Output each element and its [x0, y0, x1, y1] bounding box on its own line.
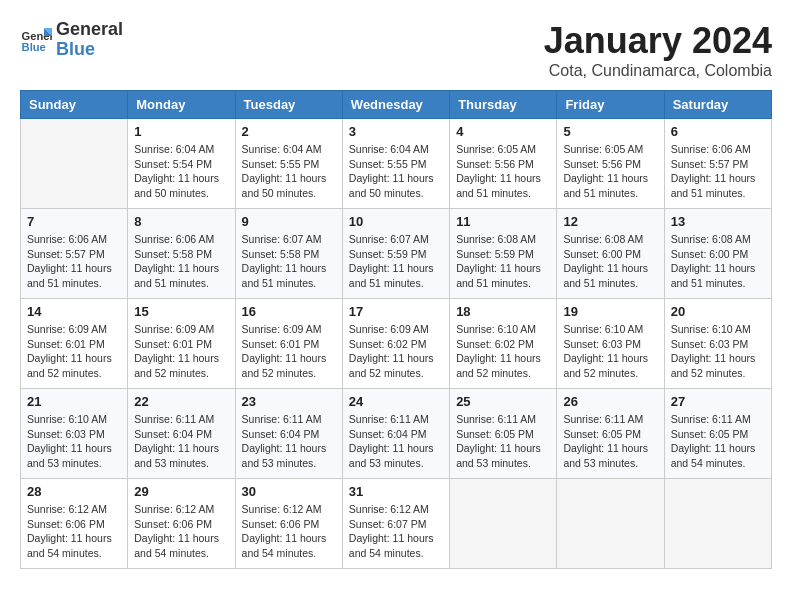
calendar-cell: 20Sunrise: 6:10 AMSunset: 6:03 PMDayligh…	[664, 299, 771, 389]
weekday-header: Sunday	[21, 91, 128, 119]
svg-text:Blue: Blue	[22, 41, 46, 53]
day-info: Sunrise: 6:10 AMSunset: 6:03 PMDaylight:…	[563, 322, 657, 381]
day-info: Sunrise: 6:09 AMSunset: 6:02 PMDaylight:…	[349, 322, 443, 381]
calendar-cell: 24Sunrise: 6:11 AMSunset: 6:04 PMDayligh…	[342, 389, 449, 479]
day-number: 15	[134, 304, 228, 319]
day-number: 10	[349, 214, 443, 229]
day-number: 5	[563, 124, 657, 139]
day-number: 9	[242, 214, 336, 229]
calendar-cell: 11Sunrise: 6:08 AMSunset: 5:59 PMDayligh…	[450, 209, 557, 299]
logo-icon: General Blue	[20, 24, 52, 56]
logo: General Blue General Blue	[20, 20, 123, 60]
day-number: 13	[671, 214, 765, 229]
calendar-week-row: 1Sunrise: 6:04 AMSunset: 5:54 PMDaylight…	[21, 119, 772, 209]
day-number: 14	[27, 304, 121, 319]
day-number: 19	[563, 304, 657, 319]
calendar-cell: 14Sunrise: 6:09 AMSunset: 6:01 PMDayligh…	[21, 299, 128, 389]
day-number: 29	[134, 484, 228, 499]
day-number: 17	[349, 304, 443, 319]
day-info: Sunrise: 6:12 AMSunset: 6:06 PMDaylight:…	[242, 502, 336, 561]
day-number: 21	[27, 394, 121, 409]
day-number: 27	[671, 394, 765, 409]
day-number: 6	[671, 124, 765, 139]
day-number: 22	[134, 394, 228, 409]
day-number: 30	[242, 484, 336, 499]
day-info: Sunrise: 6:04 AMSunset: 5:55 PMDaylight:…	[242, 142, 336, 201]
day-number: 1	[134, 124, 228, 139]
day-info: Sunrise: 6:04 AMSunset: 5:54 PMDaylight:…	[134, 142, 228, 201]
calendar-cell: 13Sunrise: 6:08 AMSunset: 6:00 PMDayligh…	[664, 209, 771, 299]
calendar-cell	[450, 479, 557, 569]
day-info: Sunrise: 6:09 AMSunset: 6:01 PMDaylight:…	[134, 322, 228, 381]
day-number: 28	[27, 484, 121, 499]
calendar-cell: 25Sunrise: 6:11 AMSunset: 6:05 PMDayligh…	[450, 389, 557, 479]
weekday-header: Wednesday	[342, 91, 449, 119]
day-info: Sunrise: 6:07 AMSunset: 5:58 PMDaylight:…	[242, 232, 336, 291]
day-info: Sunrise: 6:05 AMSunset: 5:56 PMDaylight:…	[456, 142, 550, 201]
day-info: Sunrise: 6:09 AMSunset: 6:01 PMDaylight:…	[27, 322, 121, 381]
day-info: Sunrise: 6:06 AMSunset: 5:57 PMDaylight:…	[671, 142, 765, 201]
day-info: Sunrise: 6:10 AMSunset: 6:02 PMDaylight:…	[456, 322, 550, 381]
day-number: 20	[671, 304, 765, 319]
page-header: General Blue General Blue January 2024 C…	[20, 20, 772, 80]
calendar-cell	[664, 479, 771, 569]
calendar-cell: 30Sunrise: 6:12 AMSunset: 6:06 PMDayligh…	[235, 479, 342, 569]
day-info: Sunrise: 6:05 AMSunset: 5:56 PMDaylight:…	[563, 142, 657, 201]
calendar-cell: 28Sunrise: 6:12 AMSunset: 6:06 PMDayligh…	[21, 479, 128, 569]
day-info: Sunrise: 6:10 AMSunset: 6:03 PMDaylight:…	[27, 412, 121, 471]
day-info: Sunrise: 6:12 AMSunset: 6:06 PMDaylight:…	[27, 502, 121, 561]
calendar-cell: 22Sunrise: 6:11 AMSunset: 6:04 PMDayligh…	[128, 389, 235, 479]
calendar-week-row: 7Sunrise: 6:06 AMSunset: 5:57 PMDaylight…	[21, 209, 772, 299]
calendar-cell: 5Sunrise: 6:05 AMSunset: 5:56 PMDaylight…	[557, 119, 664, 209]
day-number: 7	[27, 214, 121, 229]
day-info: Sunrise: 6:12 AMSunset: 6:06 PMDaylight:…	[134, 502, 228, 561]
day-number: 11	[456, 214, 550, 229]
day-info: Sunrise: 6:11 AMSunset: 6:05 PMDaylight:…	[563, 412, 657, 471]
day-info: Sunrise: 6:11 AMSunset: 6:04 PMDaylight:…	[242, 412, 336, 471]
calendar-cell: 23Sunrise: 6:11 AMSunset: 6:04 PMDayligh…	[235, 389, 342, 479]
day-number: 26	[563, 394, 657, 409]
day-number: 4	[456, 124, 550, 139]
day-number: 23	[242, 394, 336, 409]
day-number: 25	[456, 394, 550, 409]
day-info: Sunrise: 6:11 AMSunset: 6:04 PMDaylight:…	[134, 412, 228, 471]
calendar-cell: 16Sunrise: 6:09 AMSunset: 6:01 PMDayligh…	[235, 299, 342, 389]
day-number: 3	[349, 124, 443, 139]
month-title: January 2024	[544, 20, 772, 62]
calendar-week-row: 14Sunrise: 6:09 AMSunset: 6:01 PMDayligh…	[21, 299, 772, 389]
day-info: Sunrise: 6:11 AMSunset: 6:04 PMDaylight:…	[349, 412, 443, 471]
weekday-header: Tuesday	[235, 91, 342, 119]
calendar-week-row: 21Sunrise: 6:10 AMSunset: 6:03 PMDayligh…	[21, 389, 772, 479]
day-number: 24	[349, 394, 443, 409]
day-info: Sunrise: 6:04 AMSunset: 5:55 PMDaylight:…	[349, 142, 443, 201]
calendar-cell: 17Sunrise: 6:09 AMSunset: 6:02 PMDayligh…	[342, 299, 449, 389]
calendar-cell: 29Sunrise: 6:12 AMSunset: 6:06 PMDayligh…	[128, 479, 235, 569]
calendar-table: SundayMondayTuesdayWednesdayThursdayFrid…	[20, 90, 772, 569]
day-info: Sunrise: 6:11 AMSunset: 6:05 PMDaylight:…	[671, 412, 765, 471]
day-info: Sunrise: 6:08 AMSunset: 6:00 PMDaylight:…	[563, 232, 657, 291]
day-info: Sunrise: 6:10 AMSunset: 6:03 PMDaylight:…	[671, 322, 765, 381]
calendar-cell: 15Sunrise: 6:09 AMSunset: 6:01 PMDayligh…	[128, 299, 235, 389]
calendar-cell: 7Sunrise: 6:06 AMSunset: 5:57 PMDaylight…	[21, 209, 128, 299]
day-number: 2	[242, 124, 336, 139]
day-info: Sunrise: 6:06 AMSunset: 5:58 PMDaylight:…	[134, 232, 228, 291]
day-info: Sunrise: 6:12 AMSunset: 6:07 PMDaylight:…	[349, 502, 443, 561]
calendar-cell: 19Sunrise: 6:10 AMSunset: 6:03 PMDayligh…	[557, 299, 664, 389]
calendar-cell: 6Sunrise: 6:06 AMSunset: 5:57 PMDaylight…	[664, 119, 771, 209]
day-info: Sunrise: 6:09 AMSunset: 6:01 PMDaylight:…	[242, 322, 336, 381]
calendar-week-row: 28Sunrise: 6:12 AMSunset: 6:06 PMDayligh…	[21, 479, 772, 569]
day-number: 16	[242, 304, 336, 319]
calendar-cell: 31Sunrise: 6:12 AMSunset: 6:07 PMDayligh…	[342, 479, 449, 569]
day-number: 18	[456, 304, 550, 319]
weekday-header: Saturday	[664, 91, 771, 119]
day-info: Sunrise: 6:06 AMSunset: 5:57 PMDaylight:…	[27, 232, 121, 291]
location: Cota, Cundinamarca, Colombia	[544, 62, 772, 80]
title-block: January 2024 Cota, Cundinamarca, Colombi…	[544, 20, 772, 80]
weekday-header: Friday	[557, 91, 664, 119]
calendar-cell	[21, 119, 128, 209]
calendar-cell: 3Sunrise: 6:04 AMSunset: 5:55 PMDaylight…	[342, 119, 449, 209]
calendar-cell: 9Sunrise: 6:07 AMSunset: 5:58 PMDaylight…	[235, 209, 342, 299]
calendar-cell: 18Sunrise: 6:10 AMSunset: 6:02 PMDayligh…	[450, 299, 557, 389]
weekday-header: Thursday	[450, 91, 557, 119]
calendar-cell: 4Sunrise: 6:05 AMSunset: 5:56 PMDaylight…	[450, 119, 557, 209]
